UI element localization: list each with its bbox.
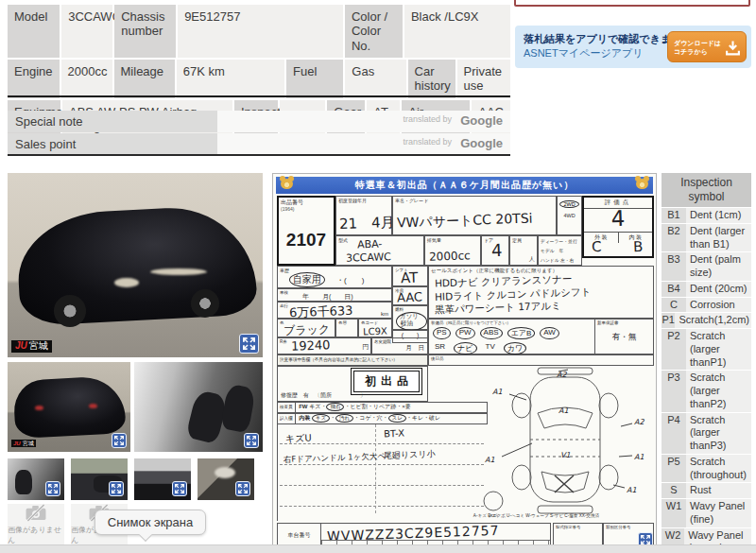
- legend-row: B4Dent (20cm): [662, 282, 751, 298]
- model-code-1: ABA-: [357, 238, 383, 251]
- engine-value: 2000cc: [61, 60, 112, 98]
- legend-desc: Scratch (larger thanP3): [686, 413, 751, 454]
- legend-desc: Scratch (larger thanP1): [686, 329, 751, 370]
- legend-row: P2Scratch (larger thanP1): [662, 329, 751, 371]
- legend-row: SRust: [662, 483, 751, 499]
- legend-row: B3Dent (palm size): [662, 252, 751, 282]
- caution-text: 注意事項申告欄（不具合内容等は具体的に記入して下さい）: [280, 357, 398, 362]
- expand-icon[interactable]: [235, 481, 250, 496]
- legend-code: P4: [662, 413, 686, 454]
- rear-view-photo[interactable]: JU宮城: [8, 362, 130, 452]
- diagram-mark: A1: [485, 456, 495, 464]
- legend-row: P4Scratch (larger thanP3): [662, 413, 751, 455]
- sales-points-cell: セールスポイント（正常に機能するものに限ります） HDDナビ クリアランスソナー…: [428, 266, 654, 319]
- legend-desc: Dent (20cm): [686, 282, 751, 297]
- shaken-blank: 年 月( 日): [302, 292, 353, 302]
- cropped-red-panel: [514, 0, 750, 7]
- model-label: Model: [8, 5, 60, 58]
- declaration-box: 初出品 修復歴 有 〔箇所 〕: [277, 366, 428, 402]
- entry-label: 記入欄: [278, 414, 296, 423]
- special-note-row: Special note translated by Google: [8, 111, 510, 132]
- name-change-label: 名変期限: [374, 339, 391, 344]
- equip-sr: SR: [435, 342, 445, 354]
- inspector-label: 検査員: [278, 403, 296, 412]
- equip-ps: PS: [433, 327, 451, 339]
- expand-icon[interactable]: [244, 433, 259, 448]
- shaken-cell: 車検 年 月( 日): [277, 288, 392, 302]
- main-car-photo[interactable]: JU宮城: [8, 173, 263, 357]
- legend-row: B2Dent (larger than B1): [662, 224, 751, 253]
- note-rule: [280, 506, 484, 507]
- expand-icon[interactable]: [112, 433, 127, 448]
- model-code-2: 3CCAWC: [346, 251, 391, 265]
- repair-history-line: 修復歴 有 〔箇所 〕: [281, 391, 366, 400]
- dealer-cell: ディーラー・並行 モデル 年 ハンドル 左・右: [538, 235, 582, 266]
- note-divider: [375, 424, 376, 513]
- fw-item-circled: 飛石: [326, 403, 344, 411]
- recycle-ticket-value: 19240: [291, 337, 331, 353]
- legend-code: P3: [662, 371, 686, 411]
- thumb-photo-3[interactable]: [134, 458, 191, 500]
- legend-desc: Dent (1cm): [686, 208, 751, 223]
- screenshot-tooltip: Снимок экрана: [94, 510, 206, 535]
- recycle-ticket-cell: R券 19240 円: [277, 337, 371, 354]
- color-code-value: LC9X: [363, 326, 387, 337]
- warranty-value: 有・無: [595, 332, 653, 343]
- legend-row: W1Wavy Panel (fine): [662, 499, 751, 528]
- sheet-fuel-label: 燃料: [395, 307, 404, 312]
- fuel-label: Fuel: [286, 60, 343, 98]
- auction-watermark: JU宮城: [11, 340, 52, 353]
- legend-desc: Scratch (larger thanP2): [686, 371, 751, 411]
- legend-title-1: Inspection: [663, 176, 749, 190]
- thumb-photo-2[interactable]: [71, 458, 128, 500]
- thumb-photo-4[interactable]: [198, 458, 254, 500]
- expand-icon[interactable]: [45, 481, 60, 496]
- displacement-label: 排気量: [427, 237, 441, 243]
- fw-label: FW: [299, 404, 307, 409]
- diagram-mark: A1: [492, 388, 503, 396]
- model-value: 3CCAWC: [61, 5, 112, 58]
- capacity-label: 定員: [512, 237, 522, 243]
- expand-icon[interactable]: [172, 481, 187, 496]
- legend-code: B3: [662, 252, 686, 281]
- download-app-button[interactable]: ダウンロードは コチラから: [667, 31, 747, 62]
- legend-row: B1Dent (1cm): [662, 208, 751, 224]
- legend-row: P1Scratch(1,2cm): [662, 313, 751, 329]
- auction-watermark: JU宮城: [11, 440, 36, 447]
- expand-icon[interactable]: [239, 334, 259, 354]
- legend-desc: Scratch(1,2cm): [675, 313, 751, 328]
- legend-row: CCorrosion: [662, 298, 751, 314]
- equip-navi: ナビ: [454, 342, 476, 354]
- sales-point-label: Sales point: [8, 133, 217, 155]
- google-logo: Google: [460, 113, 503, 128]
- ju-logo: JU: [15, 340, 27, 351]
- legend-code: B1: [662, 208, 686, 223]
- trunk-glint: [215, 467, 235, 478]
- spec-table-divider: [8, 95, 510, 97]
- later-items-label: 後日品: [431, 356, 444, 361]
- fw-items-pre: キズ・: [309, 404, 326, 409]
- no-image-text: 画像がありません: [8, 525, 64, 545]
- legend-code: P5: [662, 455, 686, 483]
- car-name-cell: 車名・グレード VWパサートCC 20TSi: [392, 196, 557, 235]
- drive-4wd: 4WD: [558, 213, 581, 218]
- sheet-equipment-label: 装備品（純正品に限り○をつけて下さい）: [431, 320, 511, 325]
- no-image-placeholder-1: 画像がありません: [8, 504, 64, 545]
- capacity-cell: 定員 人: [509, 235, 538, 266]
- thumb-photo-1[interactable]: [8, 458, 64, 500]
- name-change-cell: 名変期限 月 日: [371, 337, 428, 354]
- expand-icon[interactable]: [109, 481, 124, 496]
- sheet-mileage-unit: km: [381, 311, 388, 317]
- diagram-mark: A2: [634, 418, 644, 426]
- legend-desc: Rust: [686, 483, 751, 498]
- legend-code: B2: [662, 224, 686, 252]
- color-code-cell: 色コード LC9X: [358, 319, 392, 337]
- interior-photo[interactable]: [134, 362, 263, 452]
- usage-history-suffix: ・( ): [336, 275, 364, 285]
- legend-desc: Corrosion: [686, 298, 751, 313]
- legend-desc: Scratch (throughout): [686, 455, 751, 483]
- equip-leather: カワ: [504, 342, 526, 354]
- lot-number: 2107: [279, 230, 334, 251]
- legend-title-2: symbol: [663, 190, 749, 204]
- app-banner[interactable]: 落札結果をアプリで確認できます！ ASNETマイページアプリ ダウンロードは コ…: [515, 26, 751, 68]
